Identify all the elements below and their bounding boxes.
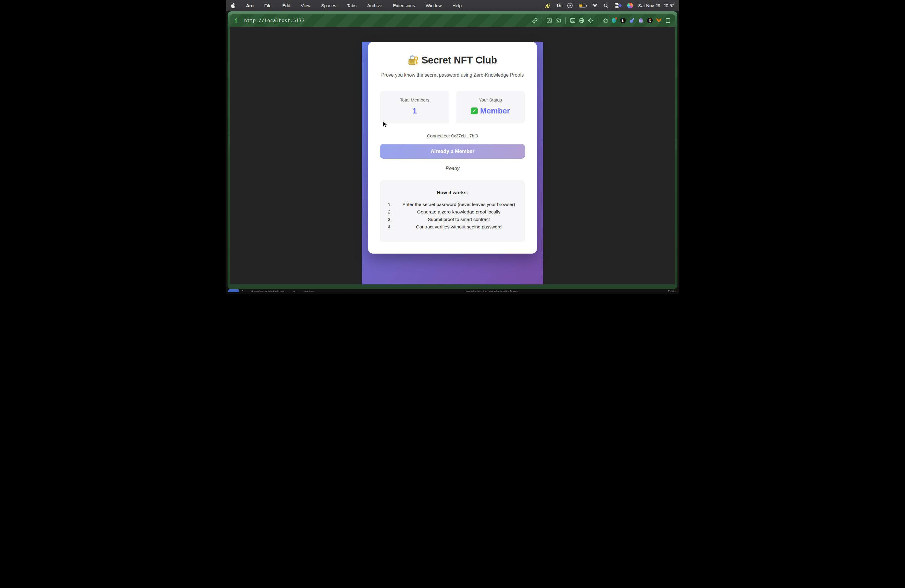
step-text: Contract verifies without seeing passwor… (400, 224, 517, 230)
search-icon[interactable] (603, 3, 609, 9)
apple-logo-icon (230, 3, 235, 8)
globe-icon[interactable] (579, 17, 584, 23)
siri-icon[interactable] (627, 3, 633, 9)
split-view-icon[interactable] (665, 17, 671, 23)
step-number: 3. (388, 216, 400, 222)
step-text: Submit proof to smart contract (400, 216, 517, 222)
clock-date: Sat Nov 29 (638, 3, 660, 8)
shield-badge-dot (615, 17, 618, 19)
menubar-clock[interactable]: Sat Nov 29 20:52 (638, 3, 675, 8)
page-subtitle: Prove you know the secret password using… (380, 72, 525, 78)
extensions-puzzle-icon[interactable] (602, 17, 608, 23)
list-item: 2. Generate a zero-knowledge proof local… (388, 209, 517, 215)
list-item: 4. Contract verifies without seeing pass… (388, 224, 517, 230)
url-field[interactable]: http://localhost:5173 (244, 18, 305, 23)
copy-link-icon[interactable] (532, 17, 538, 23)
terminal-icon[interactable] (570, 17, 575, 23)
url-toolbar: i http://localhost:5173 (230, 14, 675, 27)
how-it-works-box: How it works: 1. Enter the secret passwo… (380, 180, 525, 242)
list-item: 3. Submit proof to smart contract (388, 216, 517, 222)
toolbar-divider (542, 17, 542, 24)
gradient-background: Secret NFT Club Prove you know the secre… (362, 42, 543, 284)
divider (257, 293, 257, 294)
how-it-works-list: 1. Enter the secret password (never leav… (388, 202, 517, 230)
step-number: 4. (388, 224, 400, 230)
menu-window[interactable]: Window (426, 3, 441, 8)
stocks-icon[interactable] (545, 3, 551, 9)
screenshot-icon[interactable] (556, 17, 561, 23)
screen: Arc File Edit View Spaces Tabs Archive E… (226, 0, 679, 294)
menu-extensions[interactable]: Extensions (393, 3, 415, 8)
background-document: Symbiosis Step 7: Deploy to Rootstock Te… (226, 292, 679, 294)
divider (346, 293, 346, 294)
background-editor-window[interactable]: 0 zk proofs on rootstock with noir Up La… (226, 289, 679, 294)
step-text: Generate a zero-knowledge proof locally (400, 209, 517, 215)
battery-icon[interactable] (578, 3, 587, 9)
clock-time: 20:52 (663, 3, 675, 8)
picker-icon[interactable] (588, 17, 594, 23)
metamask-fox-icon[interactable] (656, 17, 662, 23)
menu-spaces[interactable]: Spaces (321, 3, 336, 8)
step-number: 2. (388, 209, 400, 215)
check-emoji-icon: ✓ (471, 108, 478, 114)
x-wallet-icon[interactable]: X (647, 17, 653, 23)
mouse-cursor (383, 121, 388, 128)
phantom-ghost-icon[interactable] (638, 17, 644, 23)
toolbar-divider (565, 17, 566, 24)
toolbar-icon-cluster: L X (532, 17, 671, 24)
total-members-card: Total Members 1 (380, 91, 449, 123)
your-status-card: Your Status ✓ Member (456, 91, 525, 123)
total-members-label: Total Members (383, 97, 447, 102)
browser-viewport: Secret NFT Club Prove you know the secre… (230, 27, 675, 284)
step-number: 1. (388, 202, 400, 207)
menu-help[interactable]: Help (452, 3, 462, 8)
secret-nft-club-card: Secret NFT Club Prove you know the secre… (368, 42, 537, 254)
adblock-shield-icon[interactable] (611, 17, 617, 23)
apple-menu-icon[interactable] (230, 3, 235, 8)
loom-icon[interactable]: L (620, 17, 626, 23)
macos-menubar: Arc File Edit View Spaces Tabs Archive E… (226, 0, 679, 11)
play-circle-icon[interactable] (567, 3, 573, 9)
arc-browser-window: i http://localhost:5173 (227, 11, 678, 289)
menu-tabs[interactable]: Tabs (347, 3, 356, 8)
page-title-text: Secret NFT Club (421, 54, 497, 66)
status-text: Ready (380, 166, 525, 171)
wifi-icon[interactable] (592, 3, 598, 9)
control-center-icon[interactable] (614, 3, 622, 9)
connected-address: Connected: 0x37cb...7bf9 (380, 133, 525, 138)
menu-edit[interactable]: Edit (282, 3, 290, 8)
page-title: Secret NFT Club (380, 54, 525, 66)
menu-view[interactable]: View (301, 3, 310, 8)
lock-emoji-icon (408, 55, 418, 65)
step-text: Enter the secret password (never leaves … (400, 202, 517, 207)
stats-row: Total Members 1 Your Status ✓ Member (380, 91, 525, 123)
member-status-text: Member (480, 106, 510, 116)
already-member-button[interactable]: Already a Member (380, 144, 525, 159)
menu-file[interactable]: File (264, 3, 272, 8)
list-item: 1. Enter the secret password (never leav… (388, 202, 517, 207)
capture-image-icon[interactable] (546, 17, 552, 23)
how-it-works-heading: How it works: (388, 190, 517, 195)
turbo-rabbit-icon[interactable] (629, 17, 635, 23)
grammarly-icon[interactable]: G (556, 3, 562, 9)
background-tab-title: Symbiosis (279, 293, 297, 294)
your-status-value: ✓ Member (458, 106, 522, 116)
your-status-label: Your Status (458, 97, 522, 102)
site-info-icon[interactable]: i (234, 17, 238, 24)
menu-archive[interactable]: Archive (367, 3, 382, 8)
menu-arc[interactable]: Arc (246, 3, 254, 8)
total-members-value: 1 (383, 106, 447, 116)
